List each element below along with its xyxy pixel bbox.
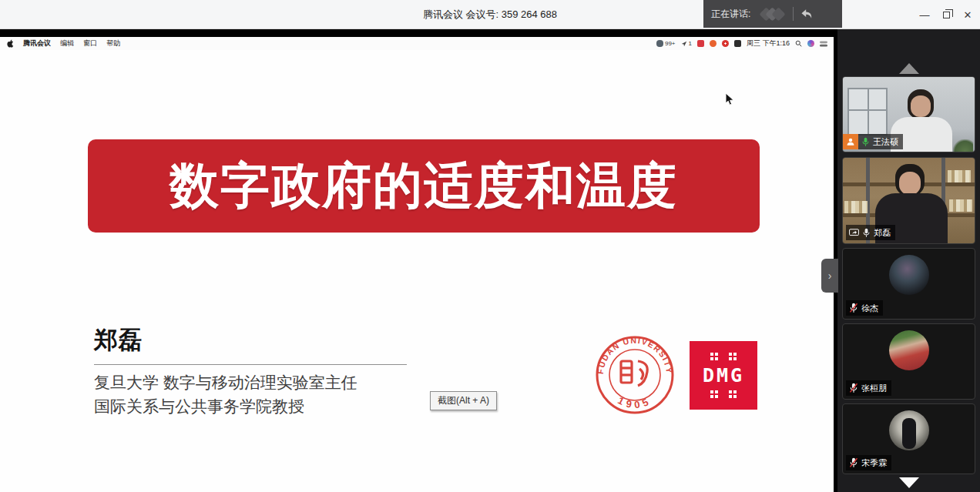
location-arrow-icon: [681, 41, 687, 47]
slide-title-banner: 数字政府的适度和温度: [88, 139, 760, 233]
participant-name: 王法硕: [873, 136, 898, 148]
speaking-label: 正在讲话:: [711, 8, 750, 21]
participant-tile-wangfashuo[interactable]: 王法硕: [842, 76, 975, 152]
fudan-seal-glyph: [621, 361, 647, 386]
participant-avatar: [889, 255, 929, 295]
close-button[interactable]: ✕: [958, 0, 977, 29]
participants-sidebar: 王法硕: [837, 29, 980, 492]
svg-text:1905: 1905: [616, 394, 654, 410]
menu-window[interactable]: 窗口: [83, 38, 97, 49]
mic-muted-icon: [849, 383, 858, 393]
dmg-logo-text: DMG: [703, 364, 744, 387]
scroll-down-arrow[interactable]: [899, 477, 919, 488]
mouse-cursor-icon: [725, 92, 735, 106]
participant-name-bar: 张桓朋: [846, 380, 891, 396]
participant-name-bar: 王法硕: [843, 134, 903, 149]
speaker-titles: 复旦大学 数字与移动治理实验室主任 国际关系与公共事务学院教授: [94, 370, 357, 418]
participant-name: 张桓朋: [861, 383, 887, 394]
window-titlebar: 腾讯会议 会议号: 359 264 688 正在讲话: — ✕: [0, 0, 980, 29]
participant-tile-xujie[interactable]: 徐杰: [842, 248, 975, 320]
fudan-arc-text: FUDAN UNIVERSITY: [596, 336, 674, 374]
location-status[interactable]: 1: [681, 40, 692, 47]
participant-name: 郑磊: [874, 227, 891, 239]
dmg-lab-logo: DMG: [690, 341, 757, 410]
mic-muted-icon: [849, 457, 858, 468]
sidebar-collapse-handle[interactable]: ›: [821, 259, 838, 293]
fudan-university-logo: FUDAN UNIVERSITY 1905: [595, 335, 675, 415]
wecom-icon[interactable]: [697, 40, 704, 47]
control-center-icon[interactable]: [820, 41, 827, 47]
browser-icon[interactable]: [710, 40, 717, 47]
fudan-year-text: 1905: [616, 394, 654, 410]
participant-name-bar: 郑磊: [846, 225, 895, 240]
notification-badge[interactable]: 99+: [656, 40, 676, 47]
menu-help[interactable]: 帮助: [106, 38, 120, 49]
cloud-icon: [656, 40, 663, 47]
speaker-avatars-icon: [761, 9, 784, 19]
screenshot-tooltip: 截图(Alt + A): [430, 391, 497, 410]
participant-name: 宋季霖: [861, 457, 887, 469]
host-badge-icon: [843, 134, 858, 149]
siri-icon[interactable]: [807, 40, 814, 47]
participant-name: 徐杰: [861, 303, 878, 314]
participant-name-bar: 宋季霖: [846, 455, 891, 470]
speaker-name: 郑磊: [94, 324, 142, 356]
participant-avatar: [889, 330, 929, 370]
mic-muted-icon: [849, 303, 858, 313]
divider-line: [94, 364, 407, 365]
return-arrow-icon[interactable]: [800, 7, 814, 21]
restore-icon: [943, 12, 950, 18]
search-icon[interactable]: [795, 40, 802, 47]
mic-on-icon: [862, 228, 871, 238]
participant-name-bar: 徐杰: [846, 300, 883, 316]
restore-button[interactable]: [937, 0, 955, 29]
participant-tile-songjilin[interactable]: 宋季霖: [842, 403, 975, 474]
divider: [793, 7, 794, 21]
presentation-slide: 数字政府的适度和温度 郑磊 复旦大学 数字与移动治理实验室主任 国际关系与公共事…: [0, 50, 834, 492]
dmg-dots-top: [710, 353, 737, 360]
minimize-button[interactable]: —: [915, 0, 934, 29]
scroll-up-arrow[interactable]: [899, 63, 919, 74]
screen-share-icon: [849, 229, 859, 237]
input-method-icon[interactable]: [734, 40, 741, 47]
mac-menubar: 腾讯会议 编辑 窗口 帮助 99+ 1 周三 下午1:16: [0, 37, 834, 50]
flower-icon[interactable]: [722, 40, 729, 47]
speaker-title-line2: 国际关系与公共事务学院教授: [94, 394, 357, 418]
dmg-dots-bottom: [710, 390, 737, 398]
menubar-clock[interactable]: 周三 下午1:16: [747, 38, 790, 49]
meeting-window: 腾讯会议 会议号: 359 264 688 正在讲话: — ✕ 腾讯会议: [0, 0, 980, 492]
participant-tile-zhenglei[interactable]: 郑磊: [842, 157, 975, 244]
menu-app-name[interactable]: 腾讯会议: [23, 38, 51, 49]
participant-avatar: [889, 410, 929, 450]
shared-screen: 腾讯会议 编辑 窗口 帮助 99+ 1 周三 下午1:16: [0, 29, 834, 492]
apple-icon: [6, 39, 14, 48]
participant-tile-zhanghuanpeng[interactable]: 张桓朋: [842, 323, 975, 400]
menu-edit[interactable]: 编辑: [60, 38, 74, 49]
mic-on-icon: [861, 137, 870, 147]
window-controls: — ✕: [915, 0, 977, 29]
speaker-title-line1: 复旦大学 数字与移动治理实验室主任: [94, 370, 357, 394]
slide-title: 数字政府的适度和温度: [169, 152, 678, 219]
speaking-indicator: 正在讲话:: [703, 0, 842, 28]
svg-text:FUDAN UNIVERSITY: FUDAN UNIVERSITY: [596, 336, 674, 374]
